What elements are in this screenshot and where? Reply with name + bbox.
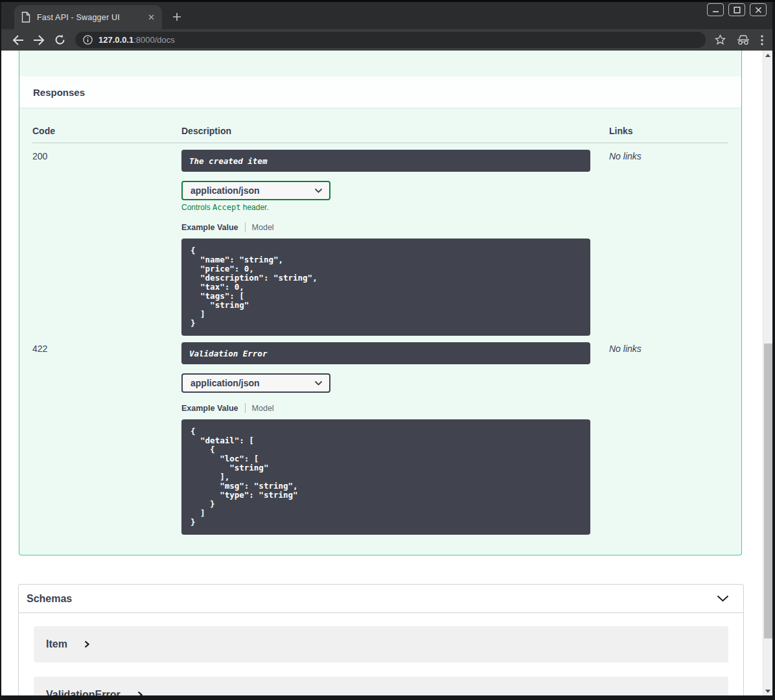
- toolbar-right: [715, 34, 763, 45]
- incognito-icon[interactable]: [737, 35, 750, 45]
- col-header-description: Description: [181, 126, 609, 136]
- media-type-value: application/json: [191, 185, 314, 196]
- address-bar[interactable]: 127.0.0.1:8000/docs: [75, 32, 706, 48]
- schemas-header[interactable]: Schemas: [19, 585, 743, 613]
- scrollbar-thumb[interactable]: [764, 344, 772, 638]
- tab-example-value[interactable]: Example Value: [181, 404, 238, 413]
- col-header-links: Links: [609, 126, 728, 136]
- col-header-code: Code: [32, 126, 181, 136]
- tab-example-value[interactable]: Example Value: [181, 223, 238, 232]
- tab-model[interactable]: Model: [252, 404, 274, 413]
- reload-icon[interactable]: [51, 32, 68, 49]
- close-icon[interactable]: [750, 3, 767, 16]
- browser-toolbar: 127.0.0.1:8000/docs: [1, 29, 772, 51]
- chevron-down-icon[interactable]: [717, 595, 729, 602]
- url-text: 127.0.0.1:8000/docs: [98, 35, 175, 45]
- maximize-icon[interactable]: [728, 3, 745, 16]
- model-name: Item: [46, 638, 67, 650]
- chevron-right-icon[interactable]: [84, 640, 89, 648]
- responses-title: Responses: [33, 87, 85, 98]
- minimize-icon[interactable]: [707, 3, 724, 16]
- menu-dots-icon[interactable]: [761, 35, 763, 45]
- tab-divider: [245, 403, 246, 413]
- scroll-up-icon[interactable]: [763, 51, 772, 60]
- responses-section-header: Responses: [19, 76, 741, 108]
- browser-tab[interactable]: Fast API - Swagger UI: [14, 5, 162, 29]
- tab-divider: [245, 222, 246, 232]
- model-validationerror[interactable]: ValidationError: [34, 677, 728, 695]
- example-model-tabs: Example Value Model: [181, 403, 609, 413]
- opblock-spacer: [19, 51, 741, 76]
- response-links: No links: [609, 150, 728, 336]
- forward-icon[interactable]: [30, 32, 47, 49]
- url-path: :8000/docs: [133, 35, 175, 45]
- back-icon[interactable]: [10, 32, 27, 49]
- tab-title: Fast API - Swagger UI: [37, 13, 145, 22]
- site-info-icon[interactable]: [83, 35, 93, 45]
- responses-table: Code Description Links 200 The created i…: [19, 108, 741, 535]
- browser-window: Fast API - Swagger UI: [0, 0, 775, 700]
- media-type-value: application/json: [191, 378, 314, 388]
- response-code: 422: [32, 342, 181, 535]
- new-tab-icon[interactable]: [168, 8, 185, 25]
- response-row-200: 200 The created item application/json Co…: [32, 143, 728, 336]
- response-code: 200: [32, 150, 181, 336]
- tab-model[interactable]: Model: [252, 223, 274, 232]
- bookmark-star-icon[interactable]: [715, 34, 726, 45]
- example-json-200: { "name": "string", "price": 0, "descrip…: [181, 239, 590, 336]
- schemas-models: Item ValidationError: [19, 613, 743, 695]
- window-controls: [707, 3, 767, 16]
- response-description: Validation Error: [181, 342, 590, 364]
- responses-table-header: Code Description Links: [32, 126, 728, 143]
- model-item[interactable]: Item: [34, 626, 728, 662]
- tab-close-icon[interactable]: [145, 12, 157, 23]
- swagger-page: Responses Code Description Links 200 The…: [1, 51, 772, 695]
- media-type-select[interactable]: application/json: [181, 181, 330, 200]
- response-row-422: 422 Validation Error application/json Ex…: [32, 336, 728, 535]
- response-description: The created item: [181, 150, 590, 172]
- title-bar: Fast API - Swagger UI: [1, 2, 772, 29]
- model-name: ValidationError: [46, 689, 121, 695]
- page-icon: [21, 12, 30, 23]
- schemas-title: Schemas: [27, 593, 72, 605]
- response-links: No links: [609, 342, 728, 535]
- response-description-cell: Validation Error application/json Exampl…: [181, 342, 609, 535]
- chevron-down-icon: [314, 380, 323, 386]
- scroll-down-icon[interactable]: [763, 686, 772, 695]
- page-scrollbar[interactable]: [763, 51, 772, 695]
- schemas-section: Schemas Item ValidationError: [18, 584, 744, 695]
- example-json-422: { "detail": [ { "loc": [ "string" ], "ms…: [181, 419, 590, 535]
- accept-note: Controls Accept header.: [181, 203, 609, 212]
- chevron-down-icon: [314, 188, 323, 193]
- example-model-tabs: Example Value Model: [181, 222, 609, 232]
- chevron-right-icon[interactable]: [137, 691, 143, 695]
- opblock-post: Responses Code Description Links 200 The…: [19, 51, 742, 555]
- media-type-select[interactable]: application/json: [181, 373, 330, 393]
- url-host: 127.0.0.1: [98, 35, 133, 45]
- response-description-cell: The created item application/json Contro…: [181, 150, 609, 336]
